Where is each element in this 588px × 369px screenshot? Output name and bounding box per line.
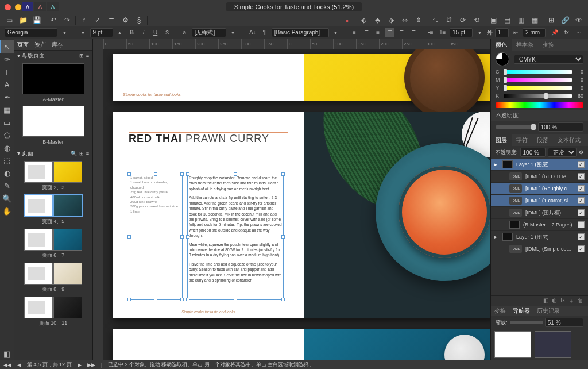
tab-layers[interactable]: 图层 [491, 134, 512, 146]
underline-icon[interactable]: U [150, 28, 160, 37]
photo-persona-icon[interactable]: A [34, 2, 46, 11]
hue-strip[interactable] [496, 102, 583, 108]
add-layer-icon[interactable]: ＋ [568, 297, 574, 305]
baseline-icon[interactable]: ≣ [106, 15, 117, 25]
magenta-value[interactable]: 0 [574, 77, 583, 83]
tab-transform[interactable]: 变换 [538, 39, 559, 51]
mask-layer-icon[interactable]: ◧ [543, 297, 548, 305]
pan-tool-icon[interactable]: ✋ [0, 205, 14, 217]
arrange-forward-icon[interactable]: ▤ [501, 15, 513, 25]
more-icon[interactable]: ⋯ [574, 28, 583, 37]
node-tool-icon[interactable]: ✑ [0, 53, 14, 66]
tracking-field[interactable] [495, 28, 509, 37]
text-frame-tool-icon[interactable]: T [0, 66, 14, 78]
indent-icon[interactable]: ⇤ [511, 28, 521, 37]
layer-row[interactable]: IDML[IDML] (Roughly chop the✓ [491, 183, 588, 195]
adjust-layer-icon[interactable]: ◐ [552, 297, 557, 305]
artistic-text-tool-icon[interactable]: A [0, 78, 14, 91]
char-style-field[interactable] [192, 28, 226, 37]
increase-size-icon[interactable]: ▴ [115, 28, 125, 37]
para-style-icon[interactable]: ¶ [260, 28, 269, 37]
black-value[interactable]: 60 [574, 93, 583, 99]
arrange-backward-icon[interactable]: ▥ [515, 15, 527, 25]
fx-layer-icon[interactable]: fx [560, 297, 565, 305]
page-2[interactable]: Simple cooks for taste and looks [113, 54, 304, 101]
cyan-value[interactable]: 0 [574, 69, 583, 75]
group-icon[interactable]: ⊞ [546, 15, 557, 25]
leading-field[interactable] [450, 28, 473, 37]
add-master-icon[interactable]: ⊞ [79, 53, 84, 59]
arrange-front-icon[interactable]: ▣ [488, 15, 499, 25]
fill-tool-icon[interactable]: ◍ [0, 141, 14, 154]
list-bullet-icon[interactable]: •≡ [426, 28, 436, 37]
arrange-back-icon[interactable]: ▦ [529, 15, 540, 25]
redo-icon[interactable]: ↷ [61, 15, 73, 25]
align-left-text-icon[interactable]: ≡ [350, 28, 359, 37]
delete-layer-icon[interactable]: 🗑 [578, 297, 583, 305]
align-left-icon[interactable]: ⬖ [358, 15, 369, 25]
preview-icon[interactable]: 👁 [573, 15, 585, 25]
layer-row[interactable]: IDML[IDML] (图片框)✓ [491, 207, 588, 219]
tab-pages[interactable]: 页面 [17, 41, 29, 49]
pin-icon[interactable]: 📌 [550, 28, 560, 37]
stroke-fill-swatch-icon[interactable]: ◧ [0, 347, 14, 360]
page-5[interactable] [304, 112, 490, 318]
magenta-slider[interactable] [504, 78, 572, 82]
layer-visibility-checkbox[interactable]: ✓ [578, 245, 585, 252]
zoom-tool-icon[interactable]: 🔍 [0, 192, 14, 205]
persona-switcher[interactable]: A A A [22, 2, 59, 11]
ingredients-text-frame[interactable]: 1 carrot, sliced 1 small bunch coriander… [129, 174, 183, 300]
table-tool-icon[interactable]: ▦ [0, 103, 14, 116]
tab-assets[interactable]: 资产 [34, 41, 46, 49]
font-family-field[interactable] [5, 28, 57, 37]
tab-swatches[interactable]: 样本条 [512, 39, 538, 51]
align-justify-left-icon[interactable]: ≣ [397, 28, 407, 37]
layers-panel-tabs[interactable]: 图层 字符 段落 文本样式 [491, 134, 588, 146]
vertical-ruler[interactable] [93, 49, 103, 360]
color-mode-select[interactable]: CMYK [514, 55, 583, 64]
transparency-tool-icon[interactable]: ◐ [0, 167, 14, 179]
layer-row[interactable]: IDML[IDML] (RED THAI PRAWN✓ [491, 171, 588, 183]
color-panel-tabs[interactable]: 颜色 样本条 变换 [491, 39, 588, 51]
align-justify-text-icon[interactable]: ≣ [385, 28, 394, 37]
para-style-field[interactable] [272, 28, 329, 37]
preflight-icon[interactable]: ✓ [92, 15, 103, 25]
bold-icon[interactable]: B [127, 28, 137, 37]
next-page-icon[interactable]: ▶ [78, 362, 82, 368]
baseline-shift-icon[interactable]: A↕ [247, 28, 257, 37]
save-icon[interactable]: 💾 [31, 15, 42, 25]
cyan-slider[interactable] [504, 70, 572, 74]
page-6[interactable]: GRILLO SALAD [113, 329, 304, 360]
sections-icon[interactable]: § [133, 15, 145, 25]
tab-color[interactable]: 颜色 [491, 39, 512, 51]
layer-opacity-field[interactable] [520, 148, 546, 157]
tab-paragraph[interactable]: 段落 [532, 134, 553, 146]
align-justify-right-icon[interactable]: ≣ [409, 28, 419, 37]
fields-icon[interactable]: ⚙ [119, 15, 131, 25]
align-right-text-icon[interactable]: ≡ [373, 28, 383, 37]
distribute-h-icon[interactable]: ⇔ [399, 15, 411, 25]
para-style-dropdown-icon[interactable]: ▾ [331, 28, 341, 37]
char-style-dropdown-icon[interactable]: ▾ [229, 28, 238, 37]
char-style-icon[interactable]: a [180, 28, 189, 37]
publisher-persona-icon[interactable]: A [22, 2, 33, 11]
left-panel-tabs[interactable]: 页面 资产 库存 [14, 39, 92, 51]
vector-crop-tool-icon[interactable]: ⬚ [0, 154, 14, 167]
new-doc-icon[interactable]: ▭ [3, 15, 15, 25]
layer-row[interactable]: ▸Layer 1 (图层)✓ [491, 159, 588, 171]
anchor-icon[interactable]: ⟟ [78, 15, 90, 25]
ruler-origin-icon[interactable] [93, 39, 103, 49]
method-text-frame[interactable]: Roughly chop the coriander. Remove and d… [187, 174, 284, 300]
distribute-v-icon[interactable]: ⇕ [413, 15, 424, 25]
align-center-text-icon[interactable]: ≣ [361, 28, 371, 37]
close-window-icon[interactable] [5, 4, 11, 10]
tab-history[interactable]: 历史记录 [533, 306, 563, 316]
page-3[interactable] [304, 54, 490, 101]
align-center-icon[interactable]: ⬘ [372, 15, 383, 25]
move-tool-icon[interactable]: ↖ [0, 40, 14, 53]
rotate-ccw-icon[interactable]: ⟲ [471, 15, 482, 25]
spread-6-7-thumb[interactable] [14, 229, 92, 251]
opacity-field[interactable] [538, 122, 584, 132]
layer-row[interactable]: ▸Layer 1 (图层)✓ [491, 231, 588, 243]
undo-icon[interactable]: ↶ [48, 15, 59, 25]
